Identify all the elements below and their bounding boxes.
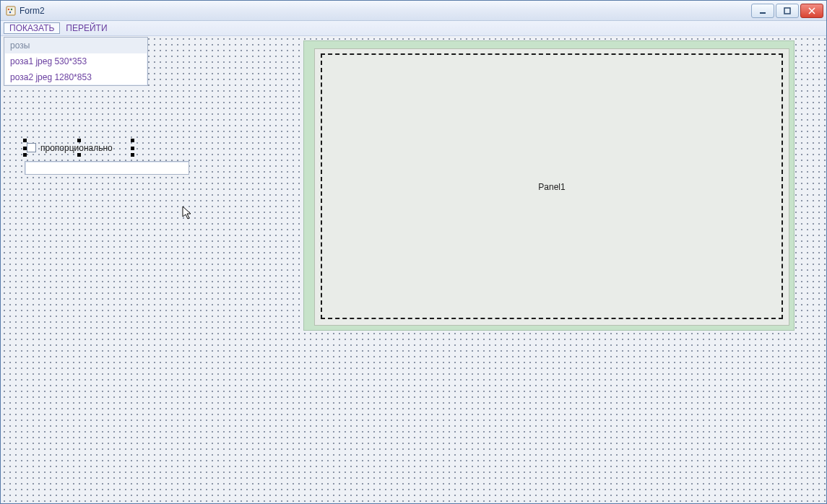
svg-point-1 — [8, 8, 9, 9]
svg-rect-5 — [784, 8, 790, 14]
menu-show[interactable]: ПОКАЗАТЬ — [4, 22, 60, 34]
checkbox-box-icon[interactable] — [27, 143, 36, 152]
resize-handle-icon[interactable] — [23, 147, 27, 150]
cursor-icon — [182, 206, 194, 222]
window-title: Form2 — [20, 6, 45, 16]
form-window: Form2 ПОКАЗАТЬ ПЕРЕЙТИ розы роза1 jpeg 5… — [0, 0, 827, 504]
checkbox-label: пропорционально — [40, 143, 113, 153]
form-designer-surface[interactable]: розы роза1 jpeg 530*353 роза2 jpeg 1280*… — [1, 36, 826, 503]
panel-caption: Panel1 — [538, 182, 565, 192]
checkbox-proportional[interactable]: пропорционально — [27, 142, 131, 153]
list-item[interactable]: розы — [4, 38, 147, 53]
list-item[interactable]: роза2 jpeg 1280*853 — [4, 69, 147, 85]
checkbox-selected[interactable]: пропорционально — [25, 140, 133, 155]
close-button[interactable] — [800, 4, 823, 18]
maximize-button[interactable] — [776, 4, 799, 18]
svg-rect-4 — [760, 12, 766, 14]
edit-input[interactable] — [25, 161, 189, 175]
menu-go[interactable]: ПЕРЕЙТИ — [60, 22, 113, 34]
resize-handle-icon[interactable] — [23, 153, 27, 157]
resize-handle-icon[interactable] — [77, 139, 81, 142]
minimize-button[interactable] — [751, 4, 774, 18]
panel1[interactable]: Panel1 — [314, 48, 789, 326]
resize-handle-icon[interactable] — [23, 139, 27, 142]
panel-container[interactable]: Panel1 — [303, 40, 794, 331]
menubar: ПОКАЗАТЬ ПЕРЕЙТИ — [1, 21, 826, 36]
listbox[interactable]: розы роза1 jpeg 530*353 роза2 jpeg 1280*… — [4, 37, 148, 86]
window-controls — [751, 4, 823, 18]
svg-point-2 — [11, 8, 12, 9]
resize-handle-icon[interactable] — [131, 139, 134, 142]
resize-handle-icon[interactable] — [77, 153, 81, 157]
titlebar[interactable]: Form2 — [1, 1, 826, 21]
svg-rect-0 — [7, 6, 15, 15]
list-item[interactable]: роза1 jpeg 530*353 — [4, 53, 147, 69]
app-icon — [5, 5, 17, 17]
svg-point-3 — [9, 11, 11, 12]
resize-handle-icon[interactable] — [131, 147, 134, 150]
resize-handle-icon[interactable] — [131, 153, 134, 157]
